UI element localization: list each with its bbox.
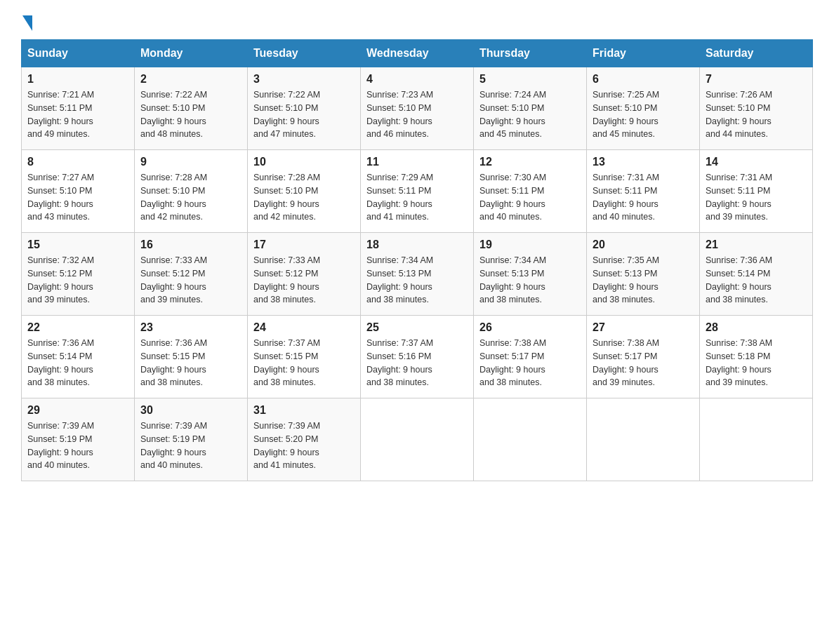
- day-number: 10: [253, 156, 355, 168]
- calendar-cell: 16 Sunrise: 7:33 AMSunset: 5:12 PMDaylig…: [135, 233, 248, 316]
- day-info: Sunrise: 7:39 AMSunset: 5:20 PMDaylight:…: [253, 421, 320, 470]
- calendar-cell: 14 Sunrise: 7:31 AMSunset: 5:11 PMDaylig…: [700, 150, 813, 233]
- logo: [21, 14, 32, 28]
- day-info: Sunrise: 7:38 AMSunset: 5:18 PMDaylight:…: [706, 338, 772, 387]
- day-number: 28: [706, 321, 807, 334]
- calendar-header-sunday: Sunday: [22, 40, 135, 67]
- calendar-header-row: SundayMondayTuesdayWednesdayThursdayFrid…: [22, 40, 813, 67]
- calendar-cell: [587, 398, 700, 481]
- calendar-cell: [361, 398, 474, 481]
- day-info: Sunrise: 7:36 AMSunset: 5:14 PMDaylight:…: [27, 338, 94, 387]
- day-number: 2: [140, 73, 241, 86]
- day-info: Sunrise: 7:31 AMSunset: 5:11 PMDaylight:…: [593, 173, 659, 222]
- calendar-header-wednesday: Wednesday: [361, 40, 474, 67]
- day-number: 17: [253, 239, 355, 251]
- day-info: Sunrise: 7:28 AMSunset: 5:10 PMDaylight:…: [140, 173, 207, 222]
- calendar-cell: 8 Sunrise: 7:27 AMSunset: 5:10 PMDayligh…: [22, 150, 135, 233]
- day-info: Sunrise: 7:22 AMSunset: 5:10 PMDaylight:…: [253, 90, 320, 139]
- page-header: [21, 14, 813, 28]
- day-info: Sunrise: 7:21 AMSunset: 5:11 PMDaylight:…: [27, 90, 94, 139]
- day-info: Sunrise: 7:27 AMSunset: 5:10 PMDaylight:…: [27, 173, 94, 222]
- day-number: 15: [27, 239, 128, 251]
- day-number: 24: [253, 321, 355, 334]
- calendar-week-row: 22 Sunrise: 7:36 AMSunset: 5:14 PMDaylig…: [22, 316, 813, 398]
- day-number: 16: [140, 239, 241, 251]
- calendar-cell: 12 Sunrise: 7:30 AMSunset: 5:11 PMDaylig…: [474, 150, 587, 233]
- calendar-cell: 27 Sunrise: 7:38 AMSunset: 5:17 PMDaylig…: [587, 316, 700, 398]
- day-number: 26: [479, 321, 581, 334]
- logo-triangle-icon: [22, 15, 32, 31]
- day-number: 8: [27, 156, 128, 168]
- day-number: 22: [27, 321, 128, 334]
- day-number: 14: [706, 156, 807, 168]
- day-number: 13: [593, 156, 694, 168]
- day-info: Sunrise: 7:29 AMSunset: 5:11 PMDaylight:…: [366, 173, 433, 222]
- day-number: 5: [479, 73, 581, 86]
- calendar-week-row: 8 Sunrise: 7:27 AMSunset: 5:10 PMDayligh…: [22, 150, 813, 233]
- day-number: 20: [593, 239, 694, 251]
- calendar-cell: 3 Sunrise: 7:22 AMSunset: 5:10 PMDayligh…: [248, 67, 361, 150]
- day-info: Sunrise: 7:39 AMSunset: 5:19 PMDaylight:…: [27, 421, 94, 470]
- calendar-cell: 29 Sunrise: 7:39 AMSunset: 5:19 PMDaylig…: [22, 398, 135, 481]
- day-info: Sunrise: 7:23 AMSunset: 5:10 PMDaylight:…: [366, 90, 433, 139]
- day-info: Sunrise: 7:33 AMSunset: 5:12 PMDaylight:…: [140, 255, 207, 304]
- calendar-week-row: 1 Sunrise: 7:21 AMSunset: 5:11 PMDayligh…: [22, 67, 813, 150]
- day-info: Sunrise: 7:35 AMSunset: 5:13 PMDaylight:…: [593, 255, 659, 304]
- calendar-cell: 25 Sunrise: 7:37 AMSunset: 5:16 PMDaylig…: [361, 316, 474, 398]
- day-number: 29: [27, 404, 128, 417]
- day-number: 21: [706, 239, 807, 251]
- day-number: 30: [140, 404, 241, 417]
- calendar-cell: 17 Sunrise: 7:33 AMSunset: 5:12 PMDaylig…: [248, 233, 361, 316]
- calendar-table: SundayMondayTuesdayWednesdayThursdayFrid…: [21, 39, 813, 481]
- day-info: Sunrise: 7:24 AMSunset: 5:10 PMDaylight:…: [479, 90, 546, 139]
- calendar-cell: 21 Sunrise: 7:36 AMSunset: 5:14 PMDaylig…: [700, 233, 813, 316]
- day-number: 3: [253, 73, 355, 86]
- day-info: Sunrise: 7:28 AMSunset: 5:10 PMDaylight:…: [253, 173, 320, 222]
- calendar-cell: 23 Sunrise: 7:36 AMSunset: 5:15 PMDaylig…: [135, 316, 248, 398]
- day-number: 1: [27, 73, 128, 86]
- day-number: 7: [706, 73, 807, 86]
- calendar-week-row: 15 Sunrise: 7:32 AMSunset: 5:12 PMDaylig…: [22, 233, 813, 316]
- day-number: 25: [366, 321, 468, 334]
- day-info: Sunrise: 7:36 AMSunset: 5:14 PMDaylight:…: [706, 255, 772, 304]
- day-info: Sunrise: 7:32 AMSunset: 5:12 PMDaylight:…: [27, 255, 94, 304]
- calendar-cell: 19 Sunrise: 7:34 AMSunset: 5:13 PMDaylig…: [474, 233, 587, 316]
- calendar-cell: [474, 398, 587, 481]
- day-info: Sunrise: 7:31 AMSunset: 5:11 PMDaylight:…: [706, 173, 772, 222]
- day-info: Sunrise: 7:34 AMSunset: 5:13 PMDaylight:…: [366, 255, 433, 304]
- calendar-cell: 24 Sunrise: 7:37 AMSunset: 5:15 PMDaylig…: [248, 316, 361, 398]
- day-info: Sunrise: 7:22 AMSunset: 5:10 PMDaylight:…: [140, 90, 207, 139]
- day-info: Sunrise: 7:37 AMSunset: 5:16 PMDaylight:…: [366, 338, 433, 387]
- day-number: 12: [479, 156, 581, 168]
- calendar-header-friday: Friday: [587, 40, 700, 67]
- day-info: Sunrise: 7:30 AMSunset: 5:11 PMDaylight:…: [479, 173, 546, 222]
- day-number: 6: [593, 73, 694, 86]
- calendar-cell: 5 Sunrise: 7:24 AMSunset: 5:10 PMDayligh…: [474, 67, 587, 150]
- day-number: 4: [366, 73, 468, 86]
- day-number: 31: [253, 404, 355, 417]
- day-info: Sunrise: 7:38 AMSunset: 5:17 PMDaylight:…: [479, 338, 546, 387]
- calendar-cell: 13 Sunrise: 7:31 AMSunset: 5:11 PMDaylig…: [587, 150, 700, 233]
- day-number: 9: [140, 156, 241, 168]
- day-number: 18: [366, 239, 468, 251]
- calendar-cell: 15 Sunrise: 7:32 AMSunset: 5:12 PMDaylig…: [22, 233, 135, 316]
- calendar-header-thursday: Thursday: [474, 40, 587, 67]
- calendar-cell: 11 Sunrise: 7:29 AMSunset: 5:11 PMDaylig…: [361, 150, 474, 233]
- calendar-cell: 6 Sunrise: 7:25 AMSunset: 5:10 PMDayligh…: [587, 67, 700, 150]
- day-info: Sunrise: 7:33 AMSunset: 5:12 PMDaylight:…: [253, 255, 320, 304]
- day-info: Sunrise: 7:36 AMSunset: 5:15 PMDaylight:…: [140, 338, 207, 387]
- calendar-header-monday: Monday: [135, 40, 248, 67]
- day-info: Sunrise: 7:26 AMSunset: 5:10 PMDaylight:…: [706, 90, 772, 139]
- calendar-cell: 31 Sunrise: 7:39 AMSunset: 5:20 PMDaylig…: [248, 398, 361, 481]
- day-info: Sunrise: 7:34 AMSunset: 5:13 PMDaylight:…: [479, 255, 546, 304]
- calendar-cell: 2 Sunrise: 7:22 AMSunset: 5:10 PMDayligh…: [135, 67, 248, 150]
- calendar-cell: 7 Sunrise: 7:26 AMSunset: 5:10 PMDayligh…: [700, 67, 813, 150]
- calendar-header-saturday: Saturday: [700, 40, 813, 67]
- calendar-week-row: 29 Sunrise: 7:39 AMSunset: 5:19 PMDaylig…: [22, 398, 813, 481]
- calendar-cell: 28 Sunrise: 7:38 AMSunset: 5:18 PMDaylig…: [700, 316, 813, 398]
- day-number: 23: [140, 321, 241, 334]
- calendar-cell: 26 Sunrise: 7:38 AMSunset: 5:17 PMDaylig…: [474, 316, 587, 398]
- day-info: Sunrise: 7:37 AMSunset: 5:15 PMDaylight:…: [253, 338, 320, 387]
- calendar-cell: 20 Sunrise: 7:35 AMSunset: 5:13 PMDaylig…: [587, 233, 700, 316]
- day-info: Sunrise: 7:39 AMSunset: 5:19 PMDaylight:…: [140, 421, 207, 470]
